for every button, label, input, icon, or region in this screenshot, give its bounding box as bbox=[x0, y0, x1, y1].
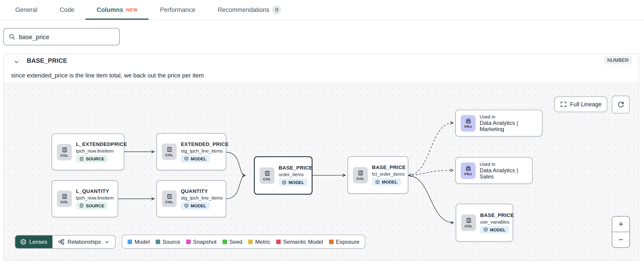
tab-general[interactable]: General bbox=[4, 0, 48, 19]
lineage-node-base-price-order-items-selected[interactable]: COL BASE_PRICE order_items MODEL bbox=[254, 156, 312, 195]
lineage-node-extended-price[interactable]: COL EXTENDED_PRICE stg_tpch_line_items M… bbox=[156, 133, 226, 170]
tab-recommendations[interactable]: Recommendations 0 bbox=[207, 0, 293, 19]
search-icon bbox=[9, 33, 15, 40]
project-chip: PRJ bbox=[461, 162, 476, 179]
badge-label: SOURCE bbox=[86, 203, 104, 208]
project-chip: PRJ bbox=[461, 115, 476, 131]
tab-label: Performance bbox=[160, 6, 196, 13]
lenses-button[interactable]: Lenses bbox=[15, 236, 52, 248]
node-title: EXTENDED_PRICE bbox=[181, 141, 229, 147]
zoom-controls: + − bbox=[612, 216, 630, 248]
used-in-label: Used In bbox=[480, 162, 496, 167]
legend-label: Metric bbox=[255, 239, 270, 245]
legend-label: Source bbox=[162, 239, 180, 245]
model-swatch bbox=[128, 240, 132, 244]
tab-columns[interactable]: Columns NEW bbox=[86, 0, 149, 19]
lineage-node-base-price-fct-order-items[interactable]: COL BASE_PRICE fct_order_items MODEL bbox=[348, 156, 408, 194]
model-badge: MODEL bbox=[372, 178, 401, 186]
node-title: L_QUANTITY bbox=[76, 188, 109, 194]
column-icon bbox=[166, 146, 172, 153]
column-chip: COL bbox=[57, 144, 72, 160]
source-badge: SOURCE bbox=[76, 155, 108, 162]
zoom-in-button[interactable]: + bbox=[612, 217, 630, 232]
legend-item-metric: Metric bbox=[248, 239, 270, 245]
column-card: BASE_PRICE NUMBER since extended_price i… bbox=[3, 54, 639, 261]
refresh-button[interactable] bbox=[612, 96, 630, 113]
column-icon bbox=[166, 193, 172, 200]
lineage-node-used-in-sales[interactable]: PRJ Used In Data Analytics | Sales bbox=[455, 157, 532, 184]
column-icon bbox=[61, 193, 68, 200]
lineage-node-l-quantity[interactable]: COL L_QUANTITY tpch_now.lineitem SOURCE bbox=[52, 180, 118, 217]
legend-label: Seed bbox=[229, 239, 242, 245]
chip-label: COL bbox=[60, 153, 68, 157]
lineage-node-used-in-marketing[interactable]: PRJ Used In Data Analytics | Marketing bbox=[455, 110, 542, 137]
node-subtitle: stg_tpch_line_items bbox=[181, 148, 223, 153]
badge-label: MODEL bbox=[382, 179, 398, 184]
chip-label: COL bbox=[465, 224, 472, 228]
tab-code[interactable]: Code bbox=[48, 0, 86, 19]
node-title: L_EXTENDEDPRICE bbox=[76, 141, 127, 147]
cube-icon bbox=[282, 180, 286, 185]
model-badge: MODEL bbox=[181, 202, 210, 209]
legend-item-model: Model bbox=[128, 239, 150, 245]
legend-label: Model bbox=[135, 239, 150, 245]
chevron-down-icon[interactable] bbox=[14, 59, 19, 65]
tab-label: General bbox=[15, 6, 38, 13]
database-icon bbox=[79, 156, 84, 161]
badge-label: MODEL bbox=[288, 180, 304, 185]
column-description: since extended_price is the line item to… bbox=[11, 72, 204, 79]
lineage-node-l-extendedprice[interactable]: COL L_EXTENDEDPRICE tpch_now.lineitem SO… bbox=[52, 134, 124, 170]
legend-item-exposure: Exposure bbox=[329, 239, 360, 245]
node-subtitle: use_variables bbox=[480, 219, 509, 224]
badge-label: MODEL bbox=[191, 203, 206, 208]
legend-item-source: Source bbox=[156, 239, 180, 245]
column-chip: COL bbox=[162, 143, 177, 160]
chevron-down-icon bbox=[104, 240, 110, 245]
legend-item-snapshot: Snapshot bbox=[186, 239, 216, 245]
legend-label: Semantic Model bbox=[283, 239, 323, 245]
lineage-canvas[interactable]: COL L_EXTENDEDPRICE tpch_now.lineitem SO… bbox=[4, 83, 638, 260]
lineage-node-base-price-use-variables[interactable]: COL BASE_PRICE use_variables MODEL bbox=[456, 204, 513, 242]
node-subtitle: tpch_now.lineitem bbox=[76, 148, 114, 154]
column-icon bbox=[466, 217, 472, 224]
project-name: Data Analytics | Marketing bbox=[480, 120, 538, 132]
fullscreen-icon bbox=[560, 101, 567, 108]
legend-label: Snapshot bbox=[193, 239, 217, 245]
node-subtitle: stg_tpch_line_items bbox=[181, 195, 223, 200]
chip-label: COL bbox=[356, 176, 364, 181]
column-chip: COL bbox=[57, 191, 72, 207]
page: General Code Columns NEW Performance Rec… bbox=[0, 0, 644, 263]
lenses-control: Lenses Relationships bbox=[15, 235, 115, 249]
metric-swatch bbox=[248, 240, 253, 244]
cube-icon bbox=[375, 180, 380, 184]
column-chip: COL bbox=[162, 191, 177, 207]
archive-icon bbox=[465, 165, 471, 171]
model-badge: MODEL bbox=[279, 179, 308, 186]
full-lineage-button[interactable]: Full Lineage bbox=[554, 96, 607, 112]
node-title: BASE_PRICE bbox=[279, 165, 312, 171]
node-title: BASE_PRICE bbox=[372, 165, 406, 170]
database-icon bbox=[79, 203, 84, 208]
relationships-dropdown[interactable]: Relationships bbox=[52, 236, 115, 248]
relationships-label: Relationships bbox=[68, 239, 101, 245]
exposure-swatch bbox=[329, 240, 334, 244]
search-input[interactable] bbox=[19, 33, 114, 40]
used-in-label: Used In bbox=[480, 114, 496, 119]
cube-icon bbox=[484, 227, 488, 232]
column-card-header bbox=[4, 54, 638, 71]
snapshot-swatch bbox=[186, 240, 190, 244]
tab-performance[interactable]: Performance bbox=[149, 0, 207, 19]
lineage-node-quantity[interactable]: COL QUANTITY stg_tpch_line_items MODEL bbox=[156, 180, 226, 217]
zoom-out-button[interactable]: − bbox=[612, 232, 630, 248]
badge-label: MODEL bbox=[490, 227, 506, 232]
lineage-legend: Model Source Snapshot Seed Metric Semant… bbox=[122, 235, 365, 249]
project-name: Data Analytics | Sales bbox=[480, 167, 528, 180]
badge-label: SOURCE bbox=[86, 156, 104, 161]
column-icon bbox=[264, 170, 270, 176]
chip-label: COL bbox=[165, 200, 173, 204]
chip-label: PRJ bbox=[464, 124, 472, 129]
column-chip: COL bbox=[260, 167, 274, 184]
lineage-edges bbox=[4, 83, 639, 261]
archive-icon bbox=[465, 118, 471, 124]
new-badge: NEW bbox=[126, 7, 138, 12]
